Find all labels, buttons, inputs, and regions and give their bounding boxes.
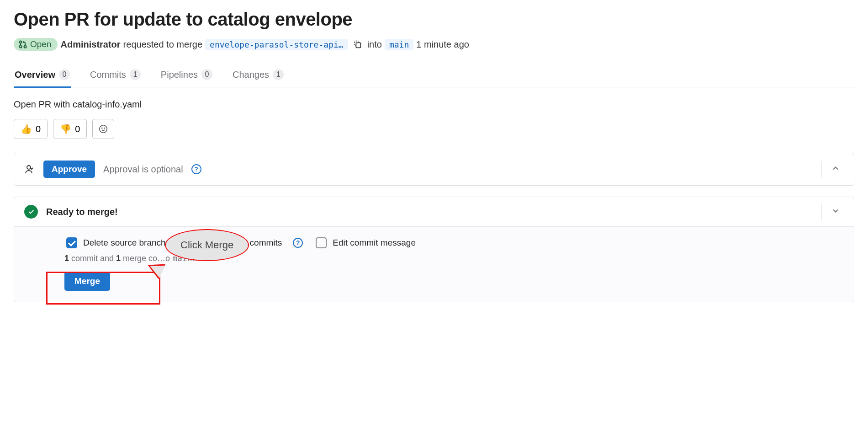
thumbs-up-button[interactable]: 👍 0: [14, 119, 48, 139]
check-icon: [27, 208, 35, 215]
merge-panel: Ready to merge! Delete source branch com…: [14, 197, 854, 302]
collapse-toggle[interactable]: [821, 161, 844, 177]
ready-status-icon: [24, 205, 38, 219]
merge-body: Delete source branch commits ? Edit comm…: [14, 226, 854, 302]
status-badge: Open: [14, 38, 58, 51]
thumbs-down-button[interactable]: 👎 0: [53, 119, 87, 139]
edit-commit-option[interactable]: Edit commit message: [314, 236, 416, 250]
tab-count-badge: 0: [59, 69, 70, 80]
reactions-row: 👍 0 👎 0: [14, 119, 854, 139]
svg-point-7: [27, 166, 31, 169]
source-branch[interactable]: envelope-parasol-store-api…: [205, 39, 348, 50]
svg-point-0: [20, 41, 22, 43]
thumbs-down-count: 0: [75, 124, 80, 134]
tab-label: Commits: [90, 70, 126, 80]
tab-count-badge: 0: [201, 69, 212, 80]
svg-point-5: [102, 128, 102, 129]
copy-branch-icon[interactable]: [353, 39, 363, 49]
svg-point-6: [104, 128, 105, 129]
thumbs-up-icon: 👍: [21, 123, 32, 134]
help-icon[interactable]: ?: [293, 238, 303, 248]
edit-commit-checkbox[interactable]: [316, 237, 327, 248]
svg-point-2: [24, 46, 26, 48]
smiley-icon: [98, 124, 108, 134]
svg-point-4: [100, 125, 107, 133]
merge-collapse-toggle[interactable]: [821, 203, 844, 220]
page-title: Open PR for update to catalog envelope: [14, 9, 854, 30]
thumbs-down-icon: 👎: [60, 123, 71, 134]
svg-point-1: [20, 46, 22, 48]
delete-source-option[interactable]: Delete source branch: [64, 236, 166, 250]
annotation-speech-bubble: Click Merge: [165, 229, 249, 261]
edit-commit-label: Edit commit message: [333, 238, 416, 248]
help-icon[interactable]: ?: [191, 164, 201, 174]
merge-request-icon: [18, 40, 27, 49]
time-ago: 1 minute ago: [416, 39, 469, 50]
ready-to-merge-text: Ready to merge!: [46, 207, 118, 217]
chevron-down-icon: [831, 206, 840, 215]
tab-overview[interactable]: Overview0: [14, 64, 71, 88]
action-text: requested to merge: [123, 39, 202, 50]
tab-pipelines[interactable]: Pipelines0: [160, 64, 213, 88]
svg-rect-3: [356, 43, 360, 48]
approve-button[interactable]: Approve: [43, 161, 95, 178]
reviewer-icon: [24, 164, 35, 175]
status-label: Open: [30, 39, 51, 49]
mr-meta-row: Open Administrator requested to merge en…: [14, 38, 854, 51]
chevron-up-icon: [831, 164, 840, 173]
author-name[interactable]: Administrator: [60, 39, 120, 50]
approval-note: Approval is optional: [103, 164, 183, 175]
mr-description: Open PR with catalog-info.yaml: [14, 99, 854, 110]
annotation-text: Click Merge: [180, 239, 233, 251]
tab-count-badge: 1: [130, 69, 141, 80]
tab-label: Pipelines: [161, 70, 198, 80]
into-text: into: [367, 39, 382, 50]
tab-changes[interactable]: Changes1: [232, 64, 285, 88]
delete-source-label: Delete source branch: [83, 238, 166, 248]
squash-commits-label-suffix: commits: [250, 238, 282, 248]
add-reaction-button[interactable]: [92, 119, 114, 139]
delete-source-checkbox[interactable]: [66, 237, 77, 248]
tab-label: Overview: [15, 70, 55, 80]
tab-count-badge: 1: [273, 69, 284, 80]
tab-label: Changes: [233, 70, 269, 80]
target-branch[interactable]: main: [385, 39, 413, 50]
tabs: Overview0Commits1Pipelines0Changes1: [14, 64, 854, 87]
approval-panel: Approve Approval is optional ?: [14, 153, 854, 186]
thumbs-up-count: 0: [36, 124, 41, 134]
tab-commits[interactable]: Commits1: [89, 64, 142, 88]
merge-button[interactable]: Merge: [64, 272, 110, 291]
